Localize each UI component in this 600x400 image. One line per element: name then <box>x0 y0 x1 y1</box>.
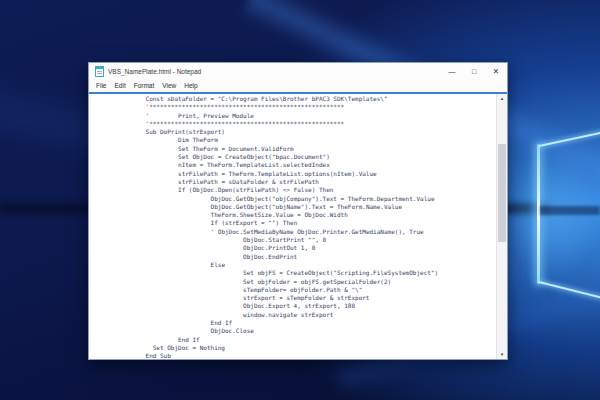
code-line: '***************************************… <box>113 120 496 128</box>
window-title: VBS_NamePlate.html - Notepad <box>108 68 201 75</box>
code-line: window.navigate strExport <box>113 311 496 319</box>
code-line: TheForm.SheetSize.Value = ObjDoc.Width <box>113 211 496 219</box>
vertical-scrollbar[interactable]: ▲ ▼ <box>496 94 507 359</box>
code-line: strFilePath = TheForm.TemplateList.optio… <box>113 170 496 178</box>
code-line: Const sDataFolder = "C:\Program Files\Br… <box>113 95 496 103</box>
code-line: Dim TheForm <box>113 136 496 144</box>
code-line: strExport = sTempFolder & strExport <box>113 294 496 302</box>
code-line: ObjDoc.GetObject("objName").Text = TheFo… <box>113 203 496 211</box>
minimize-button[interactable]: — <box>441 63 463 79</box>
code-line: Else <box>113 261 496 269</box>
code-line: ' ObjDoc.SetMediaByName ObjDoc.Printer.G… <box>113 228 496 236</box>
scroll-down-icon[interactable]: ▼ <box>497 350 507 359</box>
code-line: Set TheForm = Document.ValidForm <box>113 145 496 153</box>
windows-logo-pane-gap <box>540 206 600 215</box>
code-line: End Sub <box>113 352 496 359</box>
code-line: Sub DoPrint(strExport) <box>113 128 496 136</box>
code-line: Set ObjDoc = Nothing <box>113 344 496 352</box>
code-line: ObjDoc.Close <box>113 327 496 335</box>
close-button[interactable]: ✕ <box>485 63 507 79</box>
caption-controls: — □ ✕ <box>441 63 507 79</box>
windows-logo-edge <box>537 144 540 284</box>
code-line: Set ObjDoc = CreateObject("bpac.Document… <box>113 153 496 161</box>
code-line: ObjDoc.Export 4, strExport, 180 <box>113 302 496 310</box>
menu-edit[interactable]: Edit <box>110 82 129 89</box>
code-line: '***************************************… <box>113 103 496 111</box>
text-editor[interactable]: Const sDataFolder = "C:\Program Files\Br… <box>89 94 496 359</box>
maximize-button[interactable]: □ <box>463 63 485 79</box>
code-line: ObjDoc.PrintOut 1, 0 <box>113 244 496 252</box>
windows-logo-top-edge <box>539 131 600 147</box>
code-line: sTempFolder= objFolder.Path & "\" <box>113 286 496 294</box>
code-line: strFilePath = sDataFolder & strFilePath <box>113 178 496 186</box>
menu-file[interactable]: File <box>92 82 110 89</box>
code-line: Set objFS = CreateObject("Scripting.File… <box>113 269 496 277</box>
editor-area: Const sDataFolder = "C:\Program Files\Br… <box>89 94 507 359</box>
code-line: ' Print, Preview Module <box>113 112 496 120</box>
menu-view[interactable]: View <box>158 82 180 89</box>
menu-help[interactable]: Help <box>180 82 201 89</box>
notepad-icon <box>95 66 104 77</box>
code-line: ObjDoc.StartPrint "", 0 <box>113 236 496 244</box>
windows-logo-glow <box>505 150 600 280</box>
code-line: nItem = TheForm.TemplateList.selectedInd… <box>113 161 496 169</box>
code-line: End If <box>113 336 496 344</box>
code-line: End If <box>113 319 496 327</box>
scroll-up-icon[interactable]: ▲ <box>497 94 507 103</box>
windows-logo-bottom-edge <box>539 281 600 299</box>
menu-bar: File Edit Format View Help <box>89 79 507 92</box>
menu-format[interactable]: Format <box>130 82 159 89</box>
code-line: If (strExport = "") Then <box>113 219 496 227</box>
code-line: ObjDoc.GetObject("objCompany").Text = Th… <box>113 195 496 203</box>
code-line: Set objFolder = objFS.getSpecialFolder(2… <box>113 278 496 286</box>
notepad-window: VBS_NamePlate.html - Notepad — □ ✕ File … <box>88 62 508 360</box>
scrollbar-thumb[interactable] <box>498 144 506 242</box>
title-bar[interactable]: VBS_NamePlate.html - Notepad — □ ✕ <box>89 63 507 79</box>
desktop-wallpaper: VBS_NamePlate.html - Notepad — □ ✕ File … <box>0 0 600 400</box>
code-line: ObjDoc.EndPrint <box>113 253 496 261</box>
code-line: If (ObjDoc.Open(strFilePath) <> False) T… <box>113 186 496 194</box>
